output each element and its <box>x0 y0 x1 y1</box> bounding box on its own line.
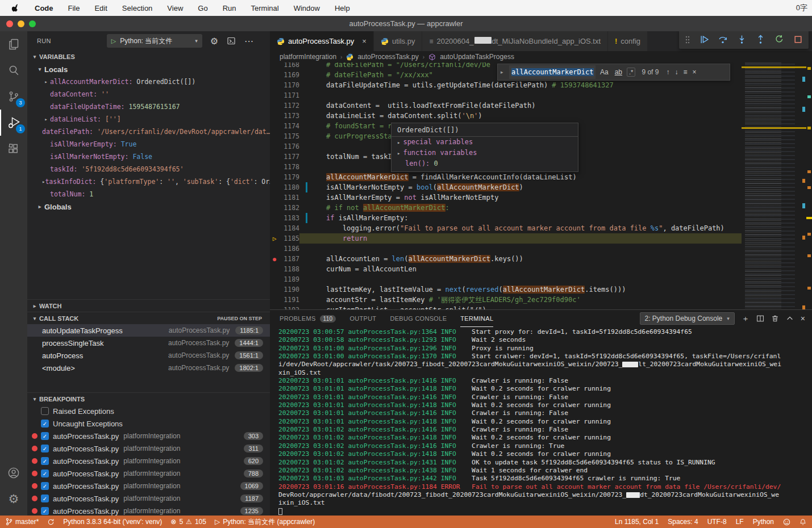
breakpoint-row[interactable]: autoProcessTask.py platformIntegration 1… <box>27 492 270 505</box>
apple-icon[interactable] <box>11 3 20 13</box>
variable-row[interactable]: ▸ taskInfoDict: {'platformType': '', 'su… <box>27 175 270 188</box>
account-button[interactable] <box>0 460 27 486</box>
variable-row[interactable]: ▸ dataLineList: [''] <box>27 113 270 125</box>
hover-group[interactable]: ▸special variables <box>392 137 578 148</box>
stack-frame-row[interactable]: autoProcess autoProcessTask.py 1561:1 <box>27 349 270 362</box>
breakpoint-row[interactable]: autoProcessTask.py platformIntegration 3… <box>27 430 270 442</box>
feedback-smiley-icon[interactable] <box>783 518 790 526</box>
code-line[interactable]: 1173 dataLineList = dataContent.split('\… <box>270 111 742 121</box>
gutter-margin[interactable] <box>270 80 279 90</box>
panel-tab[interactable]: TERMINAL <box>460 310 493 327</box>
hover-group[interactable]: ▸function variables <box>392 148 578 158</box>
variable-row[interactable]: dataContent: '' <box>27 88 270 100</box>
gutter-margin[interactable] <box>270 121 279 131</box>
indentation-status[interactable]: Spaces: 4 <box>668 518 698 526</box>
language-mode-status[interactable]: Python <box>753 518 774 526</box>
debug-config-dropdown[interactable]: ▷ Python: 当前文件 ▾ <box>107 34 202 48</box>
menu-item[interactable]: Window <box>294 4 320 12</box>
gutter-margin[interactable] <box>270 254 279 264</box>
globals-scope[interactable]: ▸ Globals <box>27 200 270 213</box>
minimap[interactable] <box>742 62 806 309</box>
toggle-replace-chevron-icon[interactable]: ▸ <box>501 69 506 75</box>
gutter-margin[interactable] <box>270 162 279 172</box>
debug-target-status[interactable]: ▷ Python: 当前文件 (appcrawler) <box>215 517 315 527</box>
settings-button[interactable]: ⚙ <box>0 486 27 512</box>
breakpoint-row[interactable]: autoProcessTask.py platformIntegration 7… <box>27 467 270 480</box>
code-line[interactable]: 1191 accountStr = lastItemKey # '丽得姿伊艾丝L… <box>270 295 742 305</box>
variable-row[interactable]: isAllMarkerNotEmpty: False <box>27 150 270 163</box>
activity-run-debug[interactable]: 1 <box>0 110 27 136</box>
code-line[interactable]: 1171 <box>270 90 742 100</box>
python-interpreter-status[interactable]: Python 3.8.3 64-bit ('venv': venv) <box>63 518 162 526</box>
menu-item[interactable]: File <box>68 4 80 12</box>
menu-item[interactable]: Help <box>335 4 350 12</box>
code-line[interactable]: 1186 <box>270 244 742 254</box>
breakpoint-checkbox[interactable] <box>41 457 49 465</box>
git-branch-status[interactable]: master* <box>6 518 39 526</box>
breakpoint-checkbox[interactable] <box>41 495 49 502</box>
locals-scope[interactable]: ▾ Locals <box>27 63 270 76</box>
code-line[interactable]: 1180 isAllMarkerNotEmpty = bool(allAccou… <box>270 182 742 192</box>
find-input[interactable]: allAccountMarkerDict <box>509 65 596 79</box>
window-minimize-button[interactable] <box>18 20 24 27</box>
gutter-margin[interactable] <box>270 223 279 233</box>
code-line[interactable]: 1181 isAllMarkerEmpty = not isAllMarkerN… <box>270 192 742 203</box>
more-actions-icon[interactable]: ⋯ <box>244 36 253 47</box>
kill-terminal-icon[interactable] <box>771 315 779 322</box>
variables-section-header[interactable]: ▾ VARIABLES <box>27 51 270 63</box>
gutter-margin[interactable] <box>270 90 279 100</box>
eol-status[interactable]: LF <box>736 518 744 526</box>
next-match-icon[interactable]: ↓ <box>673 68 679 76</box>
breakpoint-checkbox[interactable] <box>41 482 49 490</box>
gutter-margin[interactable] <box>270 62 279 70</box>
code-line[interactable]: 1182 # if not allAccountMarkerDict: <box>270 203 742 213</box>
step-into-button[interactable] <box>737 35 747 44</box>
activity-source-control[interactable]: 3 <box>0 83 27 110</box>
gutter-margin[interactable] <box>270 182 279 192</box>
gutter-margin[interactable] <box>270 264 279 274</box>
terminal-output[interactable]: 20200723 03:00:57 autoProcessTask.py:136… <box>278 328 810 516</box>
code-line[interactable]: 1170 dataFileUpdateTime = utils.getUpdat… <box>270 80 742 90</box>
breakpoint-row[interactable]: autoProcessTask.py platformIntegration 3… <box>27 442 270 455</box>
stack-frame-row[interactable]: processSingleTask autoProcessTask.py 144… <box>27 337 270 349</box>
variable-row[interactable]: dateFilePath: '/Users/crifanli/dev/DevRo… <box>27 125 270 138</box>
panel-tab[interactable]: PROBLEMS 110 <box>280 310 336 327</box>
gutter-margin[interactable] <box>270 111 279 121</box>
variable-row[interactable]: totalNum: 1 <box>27 188 270 200</box>
breakpoint-row[interactable]: Raised Exceptions <box>27 405 270 417</box>
breadcrumb-symbol[interactable]: autoUpdateTaskProgess <box>440 53 514 61</box>
gutter-margin[interactable] <box>270 172 279 182</box>
gutter-margin[interactable] <box>270 70 279 80</box>
split-terminal-icon[interactable] <box>756 315 764 322</box>
step-over-button[interactable] <box>718 35 728 44</box>
tab-txt-file[interactable]: ≡ 20200604_dt_MiJiaNoBundleId_app_iOS.tx… <box>422 31 608 51</box>
breakpoint-row[interactable]: autoProcessTask.py platformIntegration 1… <box>27 505 270 516</box>
new-terminal-icon[interactable]: ＋ <box>742 315 749 322</box>
gutter-margin[interactable] <box>270 233 279 244</box>
menu-item[interactable]: Run <box>223 4 236 12</box>
start-debug-icon[interactable]: ▷ <box>111 37 116 45</box>
breakpoint-row[interactable]: autoProcessTask.py platformIntegration 6… <box>27 455 270 467</box>
whole-word-icon[interactable]: ab <box>613 68 624 77</box>
close-icon[interactable]: × <box>362 37 367 45</box>
code-line[interactable]: 1179 allAccountMarkerDict = findAllMarke… <box>270 172 742 182</box>
gutter-margin[interactable] <box>270 131 279 141</box>
sync-button[interactable] <box>47 518 55 526</box>
code-line[interactable]: 1183 if isAllMarkerEmpty: <box>270 213 742 223</box>
gutter-margin[interactable] <box>270 244 279 254</box>
encoding-status[interactable]: UTF-8 <box>707 518 727 526</box>
code-line[interactable]: 1172 dataContent = utils.loadTextFromFil… <box>270 100 742 111</box>
gutter-margin[interactable] <box>270 284 279 295</box>
variable-row[interactable]: taskId: '5f192dd8c5d6e60934394f65' <box>27 163 270 175</box>
gutter-margin[interactable] <box>270 274 279 284</box>
menubar-word-count[interactable]: 0字 <box>796 3 807 13</box>
code-line[interactable]: 1189 <box>270 274 742 284</box>
drag-grip-icon[interactable] <box>685 35 690 44</box>
step-out-button[interactable] <box>756 35 765 44</box>
code-editor[interactable]: 1168 # dateFilePath = "/Users/crifanli/d… <box>270 62 812 309</box>
window-maximize-button[interactable] <box>29 20 36 27</box>
close-panel-icon[interactable]: × <box>801 315 805 322</box>
breadcrumb-file[interactable]: autoProcessTask.py <box>357 53 418 61</box>
stop-button[interactable] <box>793 35 803 44</box>
cursor-position-status[interactable]: Ln 1185, Col 1 <box>615 518 659 526</box>
